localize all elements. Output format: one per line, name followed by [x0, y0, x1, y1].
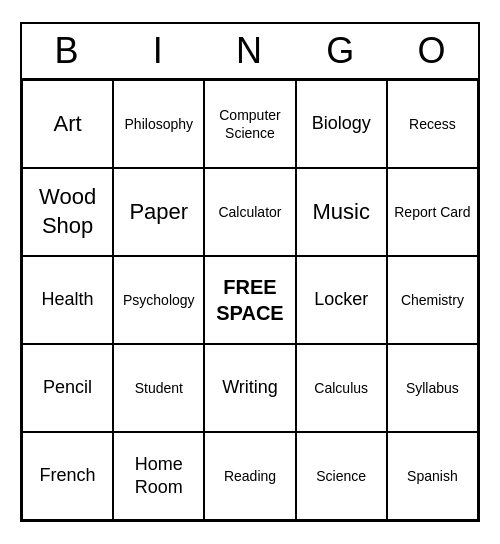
bingo-cell: Biology [296, 80, 387, 168]
bingo-cell: Reading [204, 432, 295, 520]
header-letter: B [22, 24, 113, 78]
cell-text: Health [42, 288, 94, 311]
bingo-cell: Writing [204, 344, 295, 432]
bingo-cell: Wood Shop [22, 168, 113, 256]
cell-text: Science [316, 467, 366, 485]
bingo-cell: Psychology [113, 256, 204, 344]
bingo-cell: Music [296, 168, 387, 256]
bingo-cell: French [22, 432, 113, 520]
cell-text: Reading [224, 467, 276, 485]
bingo-cell: Calculus [296, 344, 387, 432]
bingo-cell: Locker [296, 256, 387, 344]
cell-text: Wood Shop [29, 183, 106, 240]
header-letter: I [113, 24, 204, 78]
cell-text: Recess [409, 115, 456, 133]
header-letter: O [387, 24, 478, 78]
cell-text: Computer Science [211, 106, 288, 142]
bingo-cell: Philosophy [113, 80, 204, 168]
bingo-cell: Paper [113, 168, 204, 256]
bingo-cell: Student [113, 344, 204, 432]
cell-text: Calculator [218, 203, 281, 221]
cell-text: Home Room [120, 453, 197, 500]
bingo-cell: Health [22, 256, 113, 344]
cell-text: Report Card [394, 203, 470, 221]
cell-text: FREE SPACE [211, 274, 288, 326]
bingo-cell: Syllabus [387, 344, 478, 432]
bingo-cell: Recess [387, 80, 478, 168]
bingo-cell: Computer Science [204, 80, 295, 168]
bingo-cell: FREE SPACE [204, 256, 295, 344]
bingo-cell: Calculator [204, 168, 295, 256]
cell-text: Biology [312, 112, 371, 135]
bingo-cell: Pencil [22, 344, 113, 432]
bingo-cell: Art [22, 80, 113, 168]
cell-text: Music [312, 198, 369, 227]
bingo-cell: Spanish [387, 432, 478, 520]
cell-text: Philosophy [125, 115, 194, 133]
header-letter: G [296, 24, 387, 78]
cell-text: Chemistry [401, 291, 464, 309]
cell-text: French [40, 464, 96, 487]
header-letter: N [204, 24, 295, 78]
cell-text: Student [135, 379, 183, 397]
bingo-header: BINGO [22, 24, 478, 80]
cell-text: Psychology [123, 291, 195, 309]
bingo-cell: Science [296, 432, 387, 520]
bingo-card: BINGO ArtPhilosophyComputer ScienceBiolo… [20, 22, 480, 522]
cell-text: Syllabus [406, 379, 459, 397]
bingo-cell: Home Room [113, 432, 204, 520]
bingo-cell: Report Card [387, 168, 478, 256]
cell-text: Locker [314, 288, 368, 311]
bingo-cell: Chemistry [387, 256, 478, 344]
cell-text: Writing [222, 376, 278, 399]
cell-text: Calculus [314, 379, 368, 397]
cell-text: Art [54, 110, 82, 139]
cell-text: Spanish [407, 467, 458, 485]
cell-text: Pencil [43, 376, 92, 399]
cell-text: Paper [129, 198, 188, 227]
bingo-grid: ArtPhilosophyComputer ScienceBiologyRece… [22, 80, 478, 520]
